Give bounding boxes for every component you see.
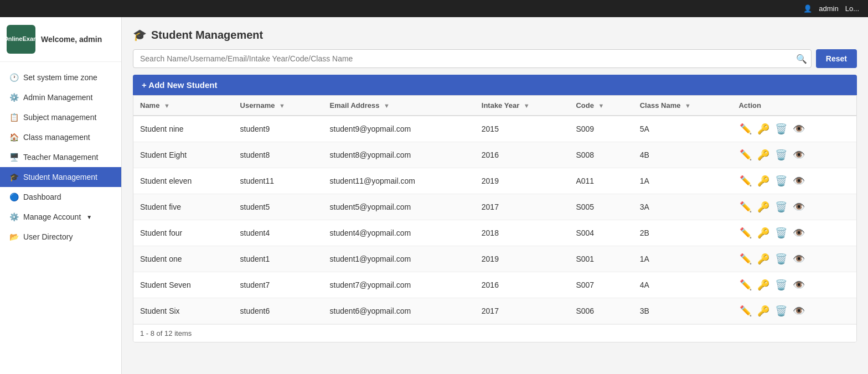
pagination-info: 1 - 8 of 12 items (140, 329, 192, 337)
nav-label-dashboard: Dashboard (23, 193, 61, 201)
col-email[interactable]: Email Address ▼ (323, 96, 475, 116)
dropdown-arrow-manage-account: ▼ (86, 214, 92, 220)
nav-label-subject-management: Subject management (23, 113, 96, 122)
edit-button[interactable]: ✏️ (738, 278, 753, 292)
top-bar: 👤 admin Lo... (0, 0, 868, 17)
cell-code: S006 (569, 298, 633, 324)
logout-link[interactable]: Lo... (845, 4, 859, 13)
sidebar-item-subject-management[interactable]: 📋 Subject management (0, 107, 121, 127)
cell-code: S009 (569, 116, 633, 142)
edit-button[interactable]: ✏️ (738, 148, 753, 162)
cell-username: student4 (234, 220, 323, 246)
edit-button[interactable]: ✏️ (738, 122, 753, 136)
key-button[interactable]: 🔑 (756, 200, 771, 214)
edit-button[interactable]: ✏️ (738, 252, 753, 266)
edit-button[interactable]: ✏️ (738, 200, 753, 214)
key-button[interactable]: 🔑 (756, 252, 771, 266)
nav-icon-subject-management: 📋 (9, 113, 19, 122)
student-table-wrap: Name ▼ Username ▼ Email Address ▼ Intake… (133, 95, 857, 342)
view-button[interactable]: 👁️ (792, 226, 806, 240)
table-row: Student Seven student7 student7@yopmail.… (133, 272, 856, 298)
cell-name: Student Six (133, 298, 234, 324)
cell-name: Student Eight (133, 142, 234, 168)
delete-button[interactable]: 🗑️ (774, 226, 788, 240)
cell-email: student4@yopmail.com (323, 220, 475, 246)
nav-icon-set-system-time-zone: 🕐 (9, 73, 19, 82)
key-button[interactable]: 🔑 (756, 122, 771, 136)
search-button[interactable]: 🔍 (796, 54, 807, 64)
cell-intake-year: 2017 (475, 194, 570, 220)
col-intake-year[interactable]: Intake Year ▼ (475, 96, 570, 116)
delete-button[interactable]: 🗑️ (774, 148, 788, 162)
delete-button[interactable]: 🗑️ (774, 174, 788, 188)
delete-button[interactable]: 🗑️ (774, 122, 788, 136)
sidebar-item-dashboard[interactable]: 🔵 Dashboard (0, 187, 121, 207)
table-row: Student Eight student8 student8@yopmail.… (133, 142, 856, 168)
sidebar: Online Exam Welcome, admin 🕐 Set system … (0, 17, 122, 374)
view-button[interactable]: 👁️ (792, 304, 806, 318)
cell-name: Student nine (133, 116, 234, 142)
sidebar-item-student-management[interactable]: 🎓 Student Management (0, 167, 121, 187)
view-button[interactable]: 👁️ (792, 148, 806, 162)
nav-icon-manage-account: ⚙️ (9, 212, 19, 221)
nav-icon-student-management: 🎓 (9, 173, 19, 181)
view-button[interactable]: 👁️ (792, 174, 806, 188)
col-name[interactable]: Name ▼ (133, 96, 234, 116)
cell-class-name: 5A (633, 116, 732, 142)
sidebar-item-user-directory[interactable]: 📂 User Directory (0, 227, 121, 247)
reset-button[interactable]: Reset (816, 49, 857, 68)
view-button[interactable]: 👁️ (792, 122, 806, 136)
delete-button[interactable]: 🗑️ (774, 200, 788, 214)
cell-code: S008 (569, 142, 633, 168)
nav-label-student-management: Student Management (23, 173, 97, 181)
cell-name: Student one (133, 246, 234, 272)
cell-email: student7@yopmail.com (323, 272, 475, 298)
add-new-student-bar[interactable]: + Add New Student (133, 75, 857, 95)
edit-button[interactable]: ✏️ (738, 174, 753, 188)
cell-class-name: 3A (633, 194, 732, 220)
nav-icon-teacher-management: 🖥️ (9, 153, 19, 162)
col-class-name[interactable]: Class Name ▼ (633, 96, 732, 116)
table-row: Student Six student6 student6@yopmail.co… (133, 298, 856, 324)
key-button[interactable]: 🔑 (756, 148, 771, 162)
key-button[interactable]: 🔑 (756, 304, 771, 318)
search-row: 🔍 Reset (133, 49, 857, 68)
view-button[interactable]: 👁️ (792, 200, 806, 214)
edit-button[interactable]: ✏️ (738, 226, 753, 240)
cell-code: S005 (569, 194, 633, 220)
cell-username: student7 (234, 272, 323, 298)
sidebar-item-set-system-time-zone[interactable]: 🕐 Set system time zone (0, 67, 121, 87)
key-button[interactable]: 🔑 (756, 174, 771, 188)
view-button[interactable]: 👁️ (792, 252, 806, 266)
pagination-row: 1 - 8 of 12 items (133, 324, 856, 342)
delete-button[interactable]: 🗑️ (774, 304, 788, 318)
table-row: Student nine student9 student9@yopmail.c… (133, 116, 856, 142)
cell-name: Student eleven (133, 168, 234, 194)
nav-icon-user-directory: 📂 (9, 232, 19, 241)
sidebar-item-manage-account[interactable]: ⚙️ Manage Account ▼ (0, 207, 121, 227)
cell-username: student11 (234, 168, 323, 194)
key-button[interactable]: 🔑 (756, 278, 771, 292)
cell-action: ✏️ 🔑 🗑️ 👁️ (732, 220, 856, 246)
delete-button[interactable]: 🗑️ (774, 252, 788, 266)
sidebar-item-class-management[interactable]: 🏠 Class management (0, 127, 121, 147)
cell-email: student11@yopmail.com (323, 168, 475, 194)
sidebar-item-teacher-management[interactable]: 🖥️ Teacher Management (0, 147, 121, 167)
key-button[interactable]: 🔑 (756, 226, 771, 240)
sidebar-item-admin-management[interactable]: ⚙️ Admin Management (0, 87, 121, 107)
col-code[interactable]: Code ▼ (569, 96, 633, 116)
cell-action: ✏️ 🔑 🗑️ 👁️ (732, 194, 856, 220)
cell-username: student8 (234, 142, 323, 168)
delete-button[interactable]: 🗑️ (774, 278, 788, 292)
cell-class-name: 1A (633, 246, 732, 272)
cell-code: S001 (569, 246, 633, 272)
cell-email: student8@yopmail.com (323, 142, 475, 168)
nav-icon-class-management: 🏠 (9, 133, 19, 142)
cell-intake-year: 2019 (475, 246, 570, 272)
col-username[interactable]: Username ▼ (234, 96, 323, 116)
cell-name: Student four (133, 220, 234, 246)
search-input[interactable] (133, 49, 812, 68)
view-button[interactable]: 👁️ (792, 278, 806, 292)
cell-code: S007 (569, 272, 633, 298)
edit-button[interactable]: ✏️ (738, 304, 753, 318)
